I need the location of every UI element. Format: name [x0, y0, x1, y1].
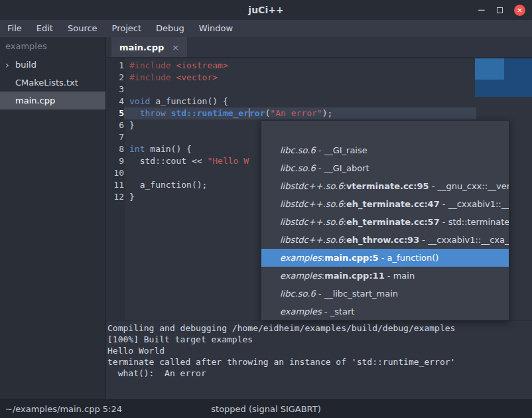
frame-function: - __GI_abort — [316, 163, 369, 173]
line-number: 7 — [106, 131, 124, 143]
token-plain: main() { — [145, 144, 191, 154]
code-text: void a_function() { — [124, 96, 532, 107]
tree-item-label: build — [15, 60, 36, 70]
token-type: std::runtime_er — [171, 108, 249, 118]
code-line-2[interactable]: 2#include <vector> — [106, 72, 532, 84]
project-name: examples — [0, 37, 105, 56]
token-string: <iostream> — [176, 60, 228, 70]
title-bar: juCi++ − ✕ — [0, 0, 532, 20]
line-number: 1 — [106, 60, 124, 72]
stack-frame[interactable]: libc.so.6 - __GI_abort — [261, 159, 509, 177]
stack-frame[interactable]: examples:main.cpp:11 - main — [261, 267, 509, 285]
frame-lib: libstdc++.so.6 — [280, 181, 344, 191]
token-preproc: #include — [129, 60, 171, 70]
tab-close-icon[interactable]: × — [172, 42, 179, 52]
frame-function: - __GI_raise — [316, 145, 367, 155]
frame-location: vterminate.cc:95 — [346, 181, 429, 191]
window-controls: − ✕ — [477, 0, 525, 20]
frame-function: - main — [385, 271, 415, 281]
token-plain: std::cout << — [129, 156, 207, 166]
line-number: 4 — [106, 96, 124, 107]
tree-item-label: CMakeLists.txt — [15, 78, 78, 88]
stack-frame[interactable]: libc.so.6 - __GI_raise — [261, 141, 509, 159]
token-plain: ); — [322, 108, 333, 118]
tab-bar: main.cpp × — [106, 37, 532, 58]
tree-item-main.cpp[interactable]: main.cpp — [0, 92, 105, 109]
token-plain: a_function(); — [129, 180, 207, 190]
line-number: 11 — [106, 179, 124, 191]
line-number: 5 — [106, 107, 124, 119]
code-line-1[interactable]: 1#include <iostream> — [106, 60, 532, 72]
menu-file[interactable]: File — [0, 20, 29, 37]
tab-main-cpp[interactable]: main.cpp × — [111, 37, 187, 57]
stack-frame[interactable]: examples - _start — [261, 303, 509, 320]
terminal-line: Compiling and debugging /home/eidheim/ex… — [107, 322, 532, 334]
line-number: 8 — [106, 143, 124, 155]
chevron-right-icon[interactable]: › — [5, 60, 15, 70]
frame-lib: libstdc++.so.6 — [280, 235, 344, 245]
token-plain: } — [129, 192, 135, 202]
terminal-output: Compiling and debugging /home/eidheim/ex… — [107, 322, 532, 379]
frame-function: - a_function() — [379, 253, 439, 263]
menu-source[interactable]: Source — [60, 20, 105, 37]
line-number: 6 — [106, 119, 124, 131]
token-plain: a_function() { — [150, 96, 228, 106]
line-number: 2 — [106, 72, 124, 84]
tree-item-CMakeLists.txt[interactable]: CMakeLists.txt — [0, 74, 105, 92]
debug-status: stopped (signal SIGABRT) — [0, 400, 532, 418]
menu-edit[interactable]: Edit — [29, 20, 60, 37]
frame-lib: examples — [280, 253, 322, 263]
terminal-panel[interactable]: Compiling and debugging /home/eidheim/ex… — [106, 320, 532, 399]
code-line-5[interactable]: 5 throw std::runtime_error("An error"); — [106, 107, 532, 119]
menu-debug[interactable]: Debug — [149, 20, 192, 37]
code-line-4[interactable]: 4void a_function() { — [106, 96, 532, 107]
token-preproc: #include — [129, 72, 171, 82]
stack-list: libc.so.6 - __GI_raiselibc.so.6 - __GI_a… — [261, 141, 509, 320]
line-number: 9 — [106, 155, 124, 167]
frame-location: eh_terminate.cc:57 — [346, 217, 440, 227]
tree-item-label: main.cpp — [15, 96, 55, 105]
token-type: ror — [249, 108, 265, 118]
stack-frame[interactable]: examples:main.cpp:5 - a_function() — [261, 249, 509, 267]
close-icon[interactable]: ✕ — [514, 5, 525, 16]
preview-thumbnail — [475, 58, 532, 97]
code-text: throw std::runtime_error("An error"); — [124, 107, 532, 119]
token-string: "Hello W — [207, 156, 249, 166]
token-plain: } — [129, 120, 135, 130]
stack-frame[interactable]: libstdc++.so.6:vterminate.cc:95 - __gnu_… — [261, 177, 509, 195]
stack-frame[interactable]: libstdc++.so.6:eh_throw.cc:93 - __cxxabi… — [261, 231, 509, 249]
menu-window[interactable]: Window — [192, 20, 240, 37]
token-plain — [129, 108, 140, 118]
menu-project[interactable]: Project — [105, 20, 149, 37]
stack-frame[interactable]: libstdc++.so.6:eh_terminate.cc:57 - std:… — [261, 213, 509, 231]
terminal-line: [100%] Built target examples — [107, 334, 532, 345]
code-line-3[interactable]: 3 — [106, 84, 532, 96]
frame-function: - __cxxabiv1::__cxa_thro — [419, 235, 509, 245]
frame-lib: libc.so.6 — [280, 289, 316, 299]
terminal-line: Hello World — [107, 345, 532, 356]
token-keyword: throw — [140, 108, 166, 118]
token-string: "An error" — [270, 108, 322, 118]
frame-lib: examples — [280, 271, 322, 281]
menu-bar: FileEditSourceProjectDebugWindow — [0, 20, 532, 37]
frame-location: main.cpp:5 — [324, 253, 379, 263]
frame-lib: libc.so.6 — [280, 163, 316, 173]
maximize-icon[interactable] — [497, 7, 503, 13]
frame-lib: libstdc++.so.6 — [280, 217, 344, 227]
line-number: 10 — [106, 167, 124, 179]
status-bar: ~/examples/main.cpp 5:24 stopped (signal… — [0, 399, 532, 418]
frame-function: - __libc_start_main — [316, 289, 398, 299]
frame-lib: libc.so.6 — [280, 145, 316, 155]
tab-label: main.cpp — [119, 42, 164, 52]
terminal-line: what(): An error — [107, 368, 532, 379]
terminal-line: terminate called after throwing an insta… — [107, 356, 532, 368]
stack-frame[interactable]: libc.so.6 - __libc_start_main — [261, 285, 509, 303]
stack-frame[interactable]: libstdc++.so.6:eh_terminate.cc:47 - __cx… — [261, 195, 509, 213]
frame-function: - __gnu_cxx::__verbos — [429, 181, 509, 191]
code-text — [124, 84, 532, 96]
stack-trace-popup: libc.so.6 - __GI_raiselibc.so.6 - __GI_a… — [261, 120, 509, 320]
minimize-icon[interactable]: − — [477, 0, 486, 20]
line-number: 12 — [106, 191, 124, 203]
frame-location: main.cpp:11 — [324, 271, 385, 281]
tree-item-build[interactable]: ›build — [0, 56, 105, 74]
